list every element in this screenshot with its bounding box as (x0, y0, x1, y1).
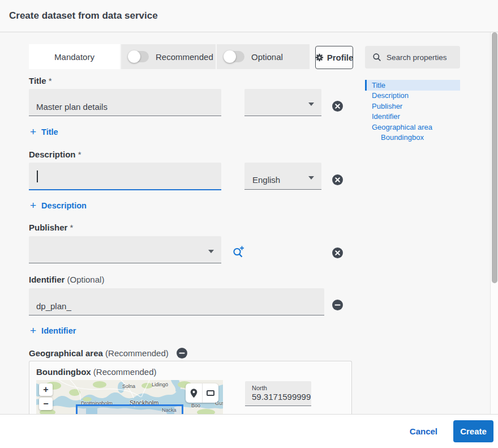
filter-mandatory-label: Mandatory (54, 52, 95, 62)
search-properties-input[interactable] (387, 53, 454, 62)
boundingbox-rectangle[interactable] (76, 404, 183, 414)
text-cursor (37, 170, 38, 182)
title-field-label: Title * (29, 76, 52, 86)
close-circle-icon (332, 101, 343, 112)
chevron-down-icon (308, 103, 314, 106)
add-title-label: Title (41, 127, 58, 136)
description-field-label: Description * (29, 150, 81, 159)
nav-item-publisher[interactable]: Publisher (365, 101, 460, 112)
remove-publisher-button[interactable] (332, 248, 343, 258)
description-language-value: English (252, 175, 280, 185)
north-field[interactable]: North (245, 381, 311, 406)
north-field-label: North (252, 385, 311, 391)
gear-icon (315, 53, 324, 62)
filter-recommended-toggle[interactable]: Recommended (121, 44, 216, 69)
minus-circle-icon (332, 300, 343, 310)
zoom-out-button[interactable]: − (39, 398, 53, 410)
identifier-field-label: Identifier (Optional) (29, 275, 104, 284)
identifier-input[interactable] (29, 288, 324, 315)
toggle-switch-icon[interactable] (128, 51, 149, 62)
map-rectangle-tool-button[interactable] (202, 383, 218, 403)
nav-item-title[interactable]: Title (365, 80, 460, 91)
profile-button-label: Profile (327, 53, 354, 62)
map-pin-icon (190, 389, 198, 398)
search-icon (372, 53, 381, 62)
geographical-area-header: Geographical area (Recommended) (29, 348, 187, 359)
add-description-label: Description (41, 201, 87, 210)
nav-item-boundingbox[interactable]: Boundingbox (365, 133, 460, 143)
add-icon: + (30, 327, 36, 335)
filter-optional-label: Optional (251, 52, 283, 62)
required-marker: * (70, 223, 74, 232)
remove-identifier-button[interactable] (332, 300, 343, 310)
dialog-header: Create dataset from data service (0, 0, 498, 32)
property-nav: Title Description Publisher Identifier G… (365, 80, 460, 143)
cancel-button[interactable]: Cancel (410, 426, 437, 436)
remove-description-button[interactable] (332, 174, 343, 185)
map-tools (186, 383, 218, 403)
search-properties-box[interactable] (365, 46, 460, 69)
remove-geographical-area-button[interactable] (177, 348, 187, 359)
create-button[interactable]: Create (453, 420, 493, 442)
nav-item-identifier[interactable]: Identifier (365, 112, 460, 122)
dialog-body: Mandatory Recommended Optional Profile (0, 32, 498, 414)
map-zoom-control: + − (39, 383, 53, 412)
close-circle-icon (332, 248, 343, 258)
map-label-boo: Boo (191, 403, 200, 408)
title-language-dropdown[interactable] (244, 89, 321, 116)
toggle-switch-icon[interactable] (224, 51, 244, 62)
dialog-footer: Cancel Create (0, 414, 498, 448)
profile-button[interactable]: Profile (315, 46, 353, 69)
geographical-area-label: Geographical area (Recommended) (29, 348, 169, 358)
required-marker: * (78, 150, 81, 159)
publisher-dropdown[interactable] (29, 236, 221, 263)
description-input[interactable] (29, 163, 221, 190)
add-identifier-button[interactable]: + Identifier (30, 326, 76, 335)
description-language-dropdown[interactable]: English (244, 163, 321, 190)
search-add-icon (231, 245, 245, 259)
boundingbox-map[interactable]: Solna Lidingö Drottningholm Stockholm Bo… (36, 380, 223, 414)
add-description-button[interactable]: + Description (30, 201, 87, 210)
required-marker: * (49, 76, 52, 86)
filter-recommended-label: Recommended (156, 52, 213, 62)
add-icon: + (30, 128, 36, 136)
chevron-down-icon (308, 176, 314, 180)
zoom-in-button[interactable]: + (39, 383, 53, 396)
filter-mandatory-button[interactable]: Mandatory (29, 44, 120, 69)
remove-title-button[interactable] (332, 101, 343, 112)
map-label-solna: Solna (122, 383, 135, 389)
dialog-title: Create dataset from data service (9, 10, 158, 22)
filter-optional-toggle[interactable]: Optional (217, 44, 310, 69)
north-input[interactable] (252, 391, 311, 402)
map-label-lidingo: Lidingö (152, 382, 168, 387)
rectangle-icon (207, 390, 214, 396)
add-identifier-label: Identifier (41, 326, 76, 335)
add-title-button[interactable]: + Title (30, 127, 58, 136)
minus-circle-icon (177, 348, 187, 359)
publisher-field-label: Publisher * (29, 223, 73, 232)
scrollbar-thumb[interactable] (492, 32, 497, 283)
close-circle-icon (332, 174, 343, 185)
title-input[interactable] (29, 89, 221, 116)
nav-item-description[interactable]: Description (365, 91, 460, 101)
publisher-lookup-button[interactable] (231, 245, 245, 259)
boundingbox-label: Boundingbox (Recommended) (36, 367, 157, 377)
chevron-down-icon (208, 250, 214, 253)
add-icon: + (30, 202, 36, 210)
boundingbox-panel: Boundingbox (Recommended) (29, 361, 352, 414)
nav-item-geographical-area[interactable]: Geographical area (365, 122, 460, 133)
scrollbar-track[interactable] (490, 32, 498, 414)
map-pin-tool-button[interactable] (186, 383, 202, 403)
